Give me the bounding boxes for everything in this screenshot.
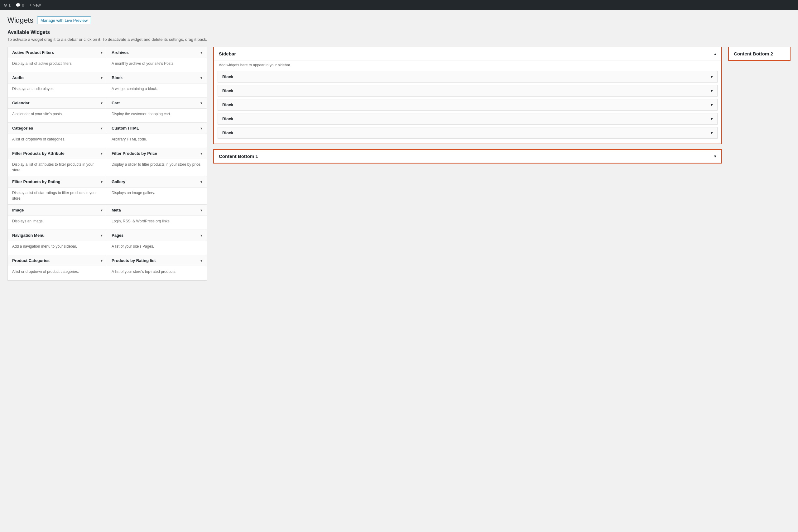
- sidebar-widget-header[interactable]: Block ▾: [218, 71, 717, 82]
- main-content: Widgets Manage with Live Preview Availab…: [0, 10, 798, 287]
- adminbar-notifications[interactable]: ⊙ 1: [4, 3, 11, 7]
- widget-desc: Displays an audio player.: [8, 83, 107, 97]
- widget-header[interactable]: Custom HTML ▾: [107, 123, 207, 134]
- sidebar-widget-header[interactable]: Block ▾: [218, 113, 717, 124]
- widget-header[interactable]: Categories ▾: [8, 123, 107, 134]
- sidebar-widget-header[interactable]: Block ▾: [218, 86, 717, 96]
- page-title: Widgets: [7, 16, 33, 25]
- list-item: Custom HTML ▾ Arbitrary HTML code.: [107, 123, 207, 148]
- widget-title: Filter Products by Price: [112, 151, 157, 156]
- widget-desc: Add a navigation menu to your sidebar.: [8, 241, 107, 255]
- sidebar-widget-title: Block: [222, 89, 233, 93]
- chevron-down-icon: ▾: [200, 259, 202, 263]
- widget-header[interactable]: Meta ▾: [107, 205, 207, 216]
- list-item: Filter Products by Price ▾ Display a sli…: [107, 148, 207, 176]
- widget-title: Filter Products by Attribute: [12, 151, 65, 156]
- widget-desc: A list or dropdown of product categories…: [8, 266, 107, 280]
- widget-header[interactable]: Filter Products by Rating ▾: [8, 176, 107, 188]
- widget-header[interactable]: Navigation Menu ▾: [8, 230, 107, 241]
- sidebar-panel: Sidebar ▴ Add widgets here to appear in …: [213, 47, 722, 144]
- content-bottom-1-panel: Content Bottom 1 ▾: [213, 149, 722, 164]
- list-item: Audio ▾ Displays an audio player.: [8, 72, 107, 97]
- widget-title: Audio: [12, 75, 24, 80]
- sidebar-collapse-icon[interactable]: ▴: [714, 51, 716, 56]
- content-bottom-1-chevron-icon[interactable]: ▾: [714, 154, 716, 158]
- widget-desc: Displays an image.: [8, 216, 107, 230]
- content-bottom-1-header[interactable]: Content Bottom 1 ▾: [214, 150, 721, 163]
- chevron-down-icon: ▾: [711, 74, 713, 79]
- list-item: Filter Products by Rating ▾ Display a li…: [8, 176, 107, 205]
- chevron-down-icon: ▾: [711, 131, 713, 135]
- widget-title: Custom HTML: [112, 126, 139, 131]
- available-widgets-title: Available Widgets: [7, 30, 791, 35]
- adminbar-comments[interactable]: 💬 0: [16, 3, 24, 7]
- sidebar-widgets-container: Block ▾ Block ▾ Block ▾ Block ▾ Block ▾: [214, 71, 721, 144]
- list-item: Archives ▾ A monthly archive of your sit…: [107, 47, 207, 72]
- widget-header[interactable]: Calendar ▾: [8, 97, 107, 109]
- widget-header[interactable]: Active Product Filters ▾: [8, 47, 107, 58]
- manage-live-preview-button[interactable]: Manage with Live Preview: [37, 17, 91, 24]
- admin-bar: ⊙ 1 💬 0 + New: [0, 0, 798, 10]
- widget-desc: Display a list of active product filters…: [8, 58, 107, 72]
- page-title-area: Widgets Manage with Live Preview: [7, 16, 791, 25]
- widget-title: Block: [112, 75, 123, 80]
- widget-title: Filter Products by Rating: [12, 179, 60, 184]
- sidebar-widget-item: Block ▾: [218, 85, 718, 97]
- widget-desc: Login, RSS, & WordPress.org links.: [107, 216, 207, 230]
- widget-desc: Arbitrary HTML code.: [107, 134, 207, 148]
- widget-header[interactable]: Archives ▾: [107, 47, 207, 58]
- sidebar-widget-title: Block: [222, 116, 233, 121]
- list-item: Calendar ▾ A calendar of your site's pos…: [8, 97, 107, 123]
- list-item: Navigation Menu ▾ Add a navigation menu …: [8, 230, 107, 255]
- sidebar-widget-title: Block: [222, 74, 233, 79]
- chevron-down-icon: ▾: [711, 89, 713, 93]
- list-item: Block ▾ A widget containing a block.: [107, 72, 207, 97]
- widget-header[interactable]: Image ▾: [8, 205, 107, 216]
- content-bottom-2-header[interactable]: Content Bottom 2: [729, 48, 790, 60]
- widget-title: Gallery: [112, 179, 125, 184]
- widget-desc: Display a list of star ratings to filter…: [8, 188, 107, 204]
- widget-desc: Display a list of attributes to filter p…: [8, 159, 107, 176]
- sidebar-widget-item: Block ▾: [218, 113, 718, 125]
- chevron-down-icon: ▾: [101, 101, 103, 105]
- widget-title: Active Product Filters: [12, 50, 54, 55]
- sidebar-desc: Add widgets here to appear in your sideb…: [214, 60, 721, 71]
- widget-header[interactable]: Filter Products by Price ▾: [107, 148, 207, 159]
- chevron-down-icon: ▾: [200, 180, 202, 184]
- widget-desc: A calendar of your site's posts.: [8, 109, 107, 122]
- widget-title: Products by Rating list: [112, 258, 156, 263]
- widget-header[interactable]: Product Categories ▾: [8, 255, 107, 266]
- widget-header[interactable]: Pages ▾: [107, 230, 207, 241]
- chevron-down-icon: ▾: [200, 151, 202, 156]
- widget-header[interactable]: Filter Products by Attribute ▾: [8, 148, 107, 159]
- widget-title: Pages: [112, 233, 124, 238]
- circle-icon: ⊙: [4, 3, 7, 7]
- sidebar-widget-header[interactable]: Block ▾: [218, 99, 717, 110]
- list-item: Products by Rating list ▾ A list of your…: [107, 255, 207, 280]
- widget-header[interactable]: Gallery ▾: [107, 176, 207, 188]
- chevron-down-icon: ▾: [101, 259, 103, 263]
- widget-title: Cart: [112, 101, 120, 105]
- chevron-down-icon: ▾: [711, 102, 713, 107]
- list-item: Image ▾ Displays an image.: [8, 205, 107, 230]
- sidebar-widget-item: Block ▾: [218, 127, 718, 139]
- widget-header[interactable]: Block ▾: [107, 72, 207, 83]
- chevron-down-icon: ▾: [101, 233, 103, 238]
- widget-header[interactable]: Cart ▾: [107, 97, 207, 109]
- chevron-down-icon: ▾: [200, 233, 202, 238]
- widget-header[interactable]: Products by Rating list ▾: [107, 255, 207, 266]
- sidebar-panel-header[interactable]: Sidebar ▴: [214, 48, 721, 60]
- chevron-down-icon: ▾: [101, 76, 103, 80]
- list-item: Product Categories ▾ A list or dropdown …: [8, 255, 107, 280]
- widget-header[interactable]: Audio ▾: [8, 72, 107, 83]
- list-item: Meta ▾ Login, RSS, & WordPress.org links…: [107, 205, 207, 230]
- sidebar-widget-header[interactable]: Block ▾: [218, 127, 717, 138]
- adminbar-new[interactable]: + New: [29, 3, 40, 7]
- widget-title: Meta: [112, 208, 121, 212]
- widget-grid: Active Product Filters ▾ Display a list …: [7, 47, 207, 281]
- widget-desc: A widget containing a block.: [107, 83, 207, 97]
- widget-desc: Display a slider to filter products in y…: [107, 159, 207, 173]
- comment-icon: 💬: [16, 3, 21, 7]
- sidebar-widget-title: Block: [222, 131, 233, 135]
- chevron-down-icon: ▾: [200, 208, 202, 212]
